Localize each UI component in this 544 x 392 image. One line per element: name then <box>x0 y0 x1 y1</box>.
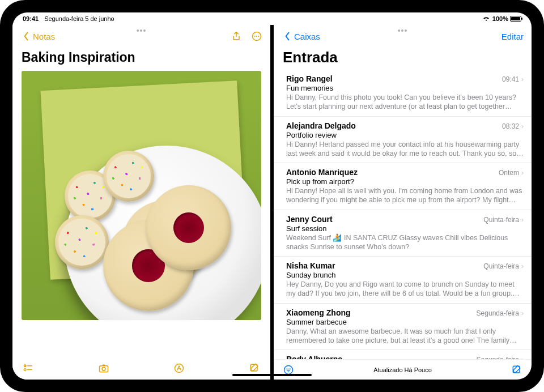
mail-time: 08:32 <box>502 122 519 130</box>
compose-mail-icon[interactable] <box>511 364 522 376</box>
mail-back-label: Caixas <box>294 32 320 41</box>
mail-sender: Jenny Court <box>286 215 333 224</box>
mail-message[interactable]: Alejandra Delgado08:32›Portfolio reviewH… <box>274 117 532 164</box>
svg-point-1 <box>254 36 256 37</box>
mail-subject: Pick up from airport? <box>286 177 524 186</box>
chevron-right-icon: › <box>521 75 524 83</box>
mail-time: Segunda-feira <box>477 356 519 359</box>
split-view: ••• Notas <box>12 25 532 380</box>
battery-indicator: 100% <box>492 15 521 22</box>
mail-message[interactable]: Rody AlbuerneSegunda-feira›Baking worksh… <box>274 350 532 359</box>
svg-rect-8 <box>100 366 108 372</box>
mail-message[interactable]: Xiaomeng ZhongSegunda-feira›Summer barbe… <box>274 304 532 351</box>
mail-sender: Xiaomeng Zhong <box>286 308 351 317</box>
svg-point-6 <box>24 369 26 371</box>
note-image[interactable] <box>22 71 261 320</box>
mail-sender: Nisha Kumar <box>286 261 335 270</box>
chevron-right-icon: › <box>521 169 524 177</box>
status-time: 09:41 <box>23 15 39 22</box>
mail-preview: Danny, What an awesome barbecue. It was … <box>286 327 524 346</box>
mail-status: Atualizado Há Pouco <box>373 367 432 373</box>
mail-preview: Hi Danny! Hope all is well with you. I'm… <box>286 186 524 205</box>
chevron-right-icon: › <box>521 216 524 224</box>
chevron-right-icon: › <box>521 309 524 317</box>
notes-back-button[interactable]: Notas <box>20 31 55 42</box>
mailbox-title: Entrada <box>274 48 532 70</box>
multitask-handle-left[interactable]: ••• <box>137 26 147 35</box>
notes-back-label: Notas <box>33 32 55 41</box>
svg-point-2 <box>256 36 257 37</box>
mail-subject: Sunday brunch <box>286 271 524 279</box>
chevron-left-icon <box>20 31 32 42</box>
mail-preview: Hi Danny, Found this photo you took! Can… <box>286 93 524 112</box>
notes-pane: ••• Notas <box>12 25 270 380</box>
mail-sender: Rody Albuerne <box>286 355 342 359</box>
mail-time: Quinta-feira <box>483 262 519 270</box>
checklist-icon[interactable] <box>23 363 34 374</box>
share-icon[interactable] <box>231 31 242 42</box>
note-body[interactable] <box>12 71 270 357</box>
mail-preview: Hey Danny, Do you and Rigo want to come … <box>286 280 524 299</box>
chevron-right-icon: › <box>521 262 524 270</box>
mail-time: Ontem <box>499 169 519 177</box>
screen: 09:41 Segunda-feira 5 de junho 100% ••• <box>12 12 532 380</box>
status-bar: 09:41 Segunda-feira 5 de junho 100% <box>12 12 532 25</box>
mail-subject: Portfolio review <box>286 131 524 139</box>
mail-time: 09:41 <box>502 75 519 83</box>
mail-subject: Surf session <box>286 224 524 233</box>
mail-back-button[interactable]: Caixas <box>282 31 320 42</box>
chevron-right-icon: › <box>521 122 524 130</box>
wifi-icon <box>482 16 490 22</box>
chevron-left-icon <box>282 31 293 42</box>
mail-preview: Weekend Surf 🏄 IN SANTA CRUZ Glassy wave… <box>286 233 524 252</box>
mail-list[interactable]: Rigo Rangel09:41›Fun memoriesHi Danny, F… <box>274 70 532 359</box>
mail-subject: Fun memories <box>286 84 524 92</box>
mail-sender: Antonio Manriquez <box>286 168 358 177</box>
camera-icon[interactable] <box>98 363 109 374</box>
mail-message[interactable]: Antonio ManriquezOntem›Pick up from airp… <box>274 163 532 210</box>
ipad-frame: 09:41 Segunda-feira 5 de junho 100% ••• <box>0 0 544 392</box>
mail-pane: ••• Caixas Editar Entrada Rigo Rangel09:… <box>274 25 532 380</box>
svg-point-9 <box>102 367 105 370</box>
mail-preview: Hi Danny! Herland passed me your contact… <box>286 140 524 159</box>
svg-point-12 <box>284 365 293 374</box>
mail-sender: Rigo Rangel <box>286 74 333 83</box>
home-indicator[interactable] <box>232 374 312 376</box>
svg-point-3 <box>258 36 259 37</box>
mail-edit-button[interactable]: Editar <box>502 32 524 41</box>
battery-percent: 100% <box>492 15 508 22</box>
mail-sender: Alejandra Delgado <box>286 121 356 130</box>
notes-toolbar <box>12 357 270 380</box>
chevron-right-icon: › <box>521 356 524 359</box>
compose-icon[interactable] <box>249 363 260 374</box>
multitask-handle-right[interactable]: ••• <box>398 26 408 35</box>
markup-icon[interactable] <box>173 363 185 374</box>
more-icon[interactable] <box>251 31 262 42</box>
note-title: Baking Inspiration <box>12 48 270 71</box>
mail-time: Segunda-feira <box>477 309 519 317</box>
mail-message[interactable]: Jenny CourtQuinta-feira›Surf sessionWeek… <box>274 210 532 257</box>
status-date: Segunda-feira 5 de junho <box>44 15 114 22</box>
mail-message[interactable]: Rigo Rangel09:41›Fun memoriesHi Danny, F… <box>274 70 532 117</box>
mail-toolbar: Atualizado Há Pouco <box>274 359 532 380</box>
mail-time: Quinta-feira <box>483 216 519 224</box>
mail-message[interactable]: Nisha KumarQuinta-feira›Sunday brunchHey… <box>274 257 532 304</box>
mail-subject: Summer barbecue <box>286 318 524 326</box>
